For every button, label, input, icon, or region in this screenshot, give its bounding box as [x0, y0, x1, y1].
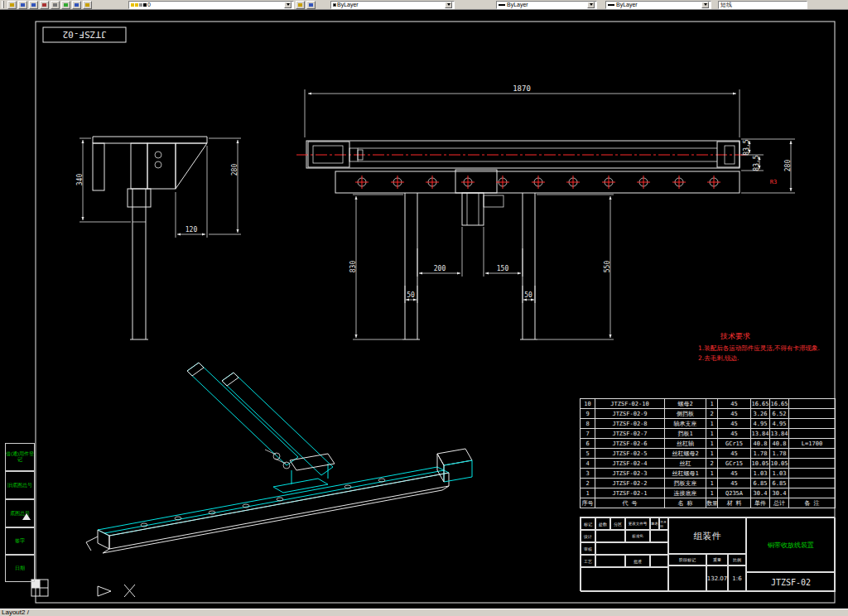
- plot-style-field[interactable]: 短线: [718, 1, 807, 9]
- toolbar-icon-4[interactable]: [40, 1, 49, 9]
- tech-req-line2: 2.去毛刺,锐边.: [698, 354, 739, 362]
- bom-cell: 1: [706, 479, 718, 488]
- layer-combo-dropdown-button[interactable]: [284, 2, 292, 8]
- bom-cell: 1: [706, 469, 718, 479]
- titleblock-cell: [595, 555, 625, 567]
- dim-label: 83.5: [753, 155, 760, 171]
- toolbar-icon-10[interactable]: [306, 1, 316, 9]
- sheet-label: JTZSF-02: [63, 29, 107, 40]
- toolbar-icon-1[interactable]: [7, 1, 17, 9]
- bom-header-cell: 序号: [581, 498, 595, 508]
- bom-cell: 4.95: [751, 419, 770, 429]
- bulb-icon: [131, 3, 134, 7]
- bom-header-cell: 单件: [751, 498, 770, 508]
- bom-cell: JTZSF-02-10: [595, 399, 665, 409]
- toolbar: 0 ByLayer ByLayer ByLayer 短线: [0, 0, 848, 10]
- titleblock-label: 阶段标记: [668, 554, 706, 565]
- sun-icon: [135, 3, 138, 7]
- bom-cell: 45: [718, 419, 751, 429]
- bom-header-cell: 名 称: [665, 498, 706, 508]
- bom-cell: 1: [706, 488, 718, 498]
- chevron-down-icon: [704, 3, 707, 6]
- bom-cell: 45: [718, 449, 751, 459]
- bom-cell: 13.84: [770, 429, 789, 439]
- toolbar-icon-6[interactable]: [61, 1, 70, 9]
- dim-label: 340: [76, 174, 84, 186]
- bom-cell: 侧挡板: [665, 409, 706, 419]
- margin-block-label: 借(通)用件登记: [5, 443, 35, 471]
- lineweight-combo-value: ByLayer: [616, 2, 638, 8]
- titleblock-label: 签名: [650, 517, 659, 530]
- lineweight-combo[interactable]: ByLayer: [605, 1, 711, 9]
- bom-row: 6 JTZSF-02-6 丝杠轴 1 GCr15 40.8 40.8 L=170…: [581, 439, 836, 449]
- bom-cell: 丝杠螺母2: [665, 449, 706, 459]
- toolbar-icon-2[interactable]: [18, 1, 27, 9]
- color-swatch-icon: [333, 3, 336, 7]
- bom-cell: 45: [718, 409, 751, 419]
- bom-cell: 7: [581, 429, 595, 439]
- bom-cell: L=1700: [789, 439, 836, 449]
- margin-block-label: 签字: [5, 527, 35, 555]
- titleblock-cell: [650, 530, 668, 542]
- layer-combo[interactable]: 0: [128, 1, 294, 9]
- bom-cell: 1: [706, 419, 718, 429]
- bom-cell: 2: [706, 409, 718, 419]
- bom-header-cell: 代 号: [595, 498, 665, 508]
- lineweight-combo-dropdown-button[interactable]: [701, 2, 709, 8]
- bom-cell: 1.03: [770, 469, 789, 479]
- plot-style-value: 短线: [720, 2, 732, 7]
- titleblock-label: 标记: [581, 517, 595, 530]
- bom-cell: 4: [581, 459, 595, 469]
- bom-cell: JTZSF-02-6: [595, 439, 665, 449]
- toolbar-icon-5[interactable]: [51, 1, 60, 9]
- linetype-combo[interactable]: ByLayer: [496, 1, 597, 9]
- scale-value: 1:6: [728, 565, 746, 592]
- bom-cell: 45: [718, 429, 751, 439]
- linetype-combo-dropdown-button[interactable]: [587, 2, 595, 8]
- dim-label-fillet: R3: [770, 179, 777, 185]
- bom-cell: JTZSF-02-5: [595, 449, 665, 459]
- bom-header-cell: 数量: [706, 498, 718, 508]
- weight-value: 132.07: [706, 565, 728, 592]
- toolbar-icon-7[interactable]: [72, 1, 81, 9]
- bom-cell: [789, 459, 836, 469]
- bom-cell: 8: [581, 419, 595, 429]
- bom-row: 7 JTZSF-02-7 挡板1 1 45 13.84 13.84: [581, 429, 836, 439]
- dim-label: 830: [349, 261, 357, 273]
- bom-cell: 1: [706, 449, 718, 459]
- toolbar-grip[interactable]: [2, 1, 4, 8]
- part-name: 组装件: [668, 517, 746, 554]
- color-combo-dropdown-button[interactable]: [445, 2, 452, 8]
- bom-cell: 丝杠轴: [665, 439, 706, 449]
- layer-color-swatch: [143, 3, 147, 7]
- bom-cell: 30.4: [770, 488, 789, 498]
- tech-req-title: 技术要求: [720, 332, 750, 340]
- bom-row: 3 JTZSF-02-3 丝杠螺母1 1 45 1.03 1.03: [581, 469, 836, 479]
- titleblock-label: 审核: [581, 542, 595, 555]
- bom-cell: 挡板支座: [665, 479, 706, 488]
- bom-cell: [789, 488, 836, 498]
- bom-row: 8 JTZSF-02-8 轴承支座 1 45 4.95 4.95: [581, 419, 836, 429]
- layer-combo-value: 0: [147, 2, 151, 8]
- titleblock-label: 处数: [595, 517, 610, 530]
- bom-cell: 3.26: [751, 409, 770, 419]
- bom-cell: 40.8: [770, 439, 789, 449]
- tab-layout2[interactable]: Layout2 /: [2, 609, 29, 616]
- margin-blocks: 借(通)用件登记 旧底图总号 底图总号 签字 日期: [5, 443, 35, 582]
- titleblock-cell: [595, 542, 668, 555]
- color-combo[interactable]: ByLayer: [330, 1, 455, 9]
- toolbar-icon-8[interactable]: [83, 1, 92, 9]
- bom-row: 9 JTZSF-02-9 侧挡板 2 45 3.26 6.52: [581, 409, 836, 419]
- bom-row: 1 JTZSF-02-1 连接底座 1 Q235A 30.4 30.4: [581, 488, 836, 498]
- titleblock-cell: [595, 530, 625, 542]
- bom-table: 10 JTZSF-02-10 螺母2 1 45 16.65 16.65 9 JT…: [580, 398, 836, 508]
- toolbar-icon-9[interactable]: [296, 1, 305, 9]
- bom-cell: 1: [706, 429, 718, 439]
- chevron-down-icon: [590, 3, 593, 6]
- bom-cell: 轴承支座: [665, 419, 706, 429]
- toolbar-icon-3[interactable]: [29, 1, 38, 9]
- bom-cell: 10.05: [770, 459, 789, 469]
- dim-label: 280: [231, 164, 238, 176]
- bom-cell: [789, 419, 836, 429]
- dim-label: 120: [186, 226, 198, 233]
